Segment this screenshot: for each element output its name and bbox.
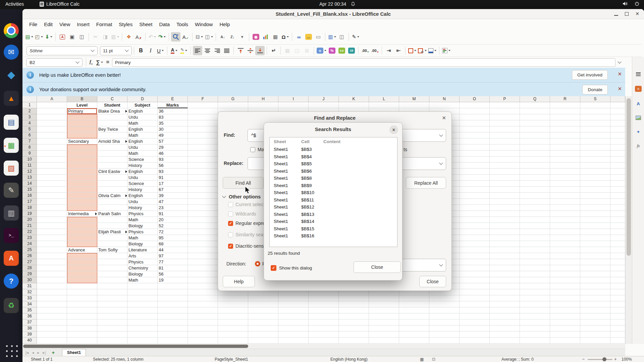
row-header-36[interactable]: 36 xyxy=(22,313,37,319)
new-dropdown[interactable] xyxy=(31,36,33,38)
column-header-Q[interactable]: Q xyxy=(520,96,550,102)
cell-F3[interactable] xyxy=(188,114,218,120)
cell-Q39[interactable] xyxy=(520,331,550,338)
cell-C14[interactable] xyxy=(97,181,127,187)
cell-A6[interactable] xyxy=(37,132,67,138)
italic-icon[interactable]: I xyxy=(146,46,155,55)
zoom-in-button[interactable]: + xyxy=(614,357,617,362)
cell-S39[interactable] xyxy=(580,331,610,338)
cell-P18[interactable] xyxy=(490,205,520,211)
cell-B13[interactable] xyxy=(67,175,97,181)
cell-S31[interactable] xyxy=(580,283,610,289)
cell-S16[interactable] xyxy=(580,193,610,199)
cell-P8[interactable] xyxy=(490,144,520,150)
autosum-icon[interactable]: ∑ xyxy=(96,59,100,65)
cell-S18[interactable] xyxy=(580,205,610,211)
cell-P26[interactable] xyxy=(490,253,520,259)
activities-button[interactable]: Activities xyxy=(5,1,24,7)
cell-P38[interactable] xyxy=(490,325,520,331)
cell-F40[interactable] xyxy=(188,338,218,344)
cell-R32[interactable] xyxy=(550,289,580,295)
cell-S7[interactable] xyxy=(580,138,610,144)
dock-item-writer[interactable]: ▤ xyxy=(4,115,19,130)
focused-app-menu[interactable]: LibreOffice Calc xyxy=(40,1,79,7)
cell-R21[interactable] xyxy=(550,223,580,229)
cell-S27[interactable] xyxy=(580,259,610,265)
cell-R17[interactable] xyxy=(550,199,580,205)
menu-view[interactable]: View xyxy=(56,20,73,28)
cell-R18[interactable] xyxy=(550,205,580,211)
cell-Q3[interactable] xyxy=(520,114,550,120)
cell-O16[interactable] xyxy=(460,193,490,199)
column-header-J[interactable]: J xyxy=(309,96,339,102)
dock-item-files[interactable]: ▥ xyxy=(4,205,19,221)
cell-F4[interactable] xyxy=(188,120,218,126)
insert-hyperlink-icon[interactable]: ∞ xyxy=(294,32,304,42)
paste-icon[interactable]: ▥ xyxy=(110,32,120,42)
result-row[interactable]: Sheet1$B$5 xyxy=(270,161,397,169)
cell-O17[interactable] xyxy=(460,199,490,205)
cell-D33[interactable] xyxy=(127,295,158,301)
cell-A39[interactable] xyxy=(37,331,67,338)
sidebar-gallery-icon[interactable] xyxy=(635,114,642,121)
zoom-level[interactable]: 100% xyxy=(622,357,632,362)
cell-B30[interactable] xyxy=(67,277,97,283)
cell-B35[interactable] xyxy=(67,307,97,313)
cell-D4[interactable]: Math xyxy=(127,120,158,126)
cell-R27[interactable] xyxy=(550,259,580,265)
cell-O3[interactable] xyxy=(460,114,490,120)
cell-N34[interactable] xyxy=(429,301,460,307)
spelling-icon[interactable]: A✓ xyxy=(181,32,190,42)
cell-F30[interactable] xyxy=(188,277,218,283)
column-header-E[interactable]: E xyxy=(158,96,188,102)
cell-D19[interactable]: Physics xyxy=(127,211,158,217)
expand-formula-bar-icon[interactable] xyxy=(618,60,621,63)
cell-A33[interactable] xyxy=(37,295,67,301)
cell-K39[interactable] xyxy=(339,331,369,338)
cell-P17[interactable] xyxy=(490,199,520,205)
cell-S6[interactable] xyxy=(580,132,610,138)
cell-D26[interactable]: Arts xyxy=(127,253,158,259)
cell-B36[interactable] xyxy=(67,313,97,319)
zoom-slider[interactable] xyxy=(588,359,612,360)
menu-format[interactable]: Format xyxy=(93,20,116,28)
cell-D1[interactable]: Subject xyxy=(127,102,158,108)
row-header-37[interactable]: 37 xyxy=(22,319,37,325)
cell-B18[interactable] xyxy=(67,205,97,211)
cell-G33[interactable] xyxy=(218,295,248,301)
cell-S21[interactable] xyxy=(580,223,610,229)
cell-B33[interactable] xyxy=(67,295,97,301)
increase-indent-icon[interactable]: ⇥ xyxy=(384,46,393,55)
cell-D30[interactable]: Math xyxy=(127,277,158,283)
cell-B29[interactable] xyxy=(67,271,97,277)
row-header-23[interactable]: 23 xyxy=(22,235,37,241)
close-dialog-icon[interactable]: ✕ xyxy=(442,115,446,121)
cell-D20[interactable]: Math xyxy=(127,217,158,223)
cell-C2[interactable]: Blake Drea xyxy=(97,108,127,114)
cell-P4[interactable] xyxy=(490,120,520,126)
cell-Q24[interactable] xyxy=(520,241,550,247)
option-current-select-checkbox[interactable] xyxy=(228,202,233,207)
minimize-button[interactable] xyxy=(614,15,618,16)
cell-P28[interactable] xyxy=(490,265,520,271)
cell-L36[interactable] xyxy=(369,313,399,319)
language-status[interactable]: English (Hong Kong) xyxy=(330,357,368,362)
cell-E22[interactable]: 72 xyxy=(158,229,188,235)
cell-D12[interactable]: English xyxy=(127,169,158,175)
cell-C37[interactable] xyxy=(97,319,127,325)
cell-P23[interactable] xyxy=(490,235,520,241)
cell-B6[interactable] xyxy=(67,132,97,138)
cell-S36[interactable] xyxy=(580,313,610,319)
cell-J34[interactable] xyxy=(309,301,339,307)
cell-Q25[interactable] xyxy=(520,247,550,253)
cell-I37[interactable] xyxy=(278,319,309,325)
cell-R34[interactable] xyxy=(550,301,580,307)
cell-O38[interactable] xyxy=(460,325,490,331)
menu-file[interactable]: File xyxy=(26,20,41,28)
cell-O37[interactable] xyxy=(460,319,490,325)
row-header-18[interactable]: 18 xyxy=(22,205,37,211)
cell-H35[interactable] xyxy=(248,307,278,313)
cell-S34[interactable] xyxy=(580,301,610,307)
cell-O26[interactable] xyxy=(460,253,490,259)
cell-P29[interactable] xyxy=(490,271,520,277)
